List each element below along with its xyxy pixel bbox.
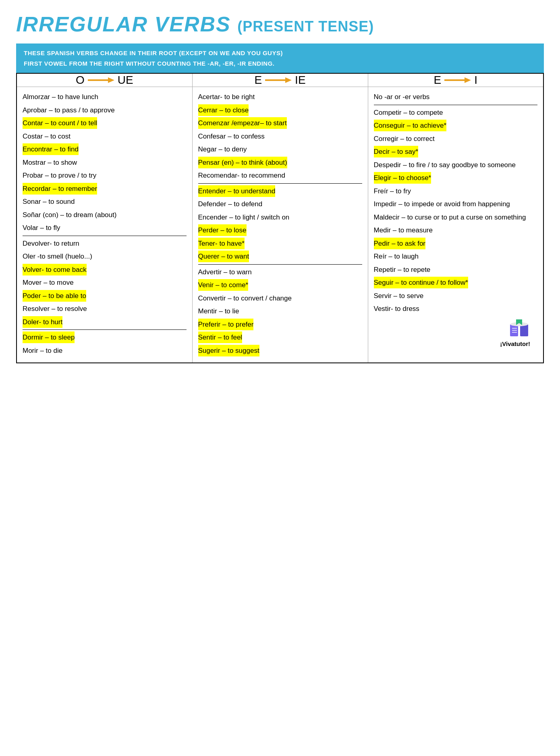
- verb-item: Mostrar – to show: [23, 156, 187, 169]
- verb-item: Probar – to prove / to try: [23, 169, 187, 182]
- verb-item: Corregir – to correct: [374, 132, 538, 145]
- verb-item: Costar – to cost: [23, 130, 187, 143]
- verb-item: Entender – to understand: [198, 184, 362, 198]
- svg-marker-1: [108, 77, 114, 83]
- vivatutor-text: ¡Vivatutor!: [500, 340, 530, 347]
- verb-item: Pedir – to ask for: [374, 237, 538, 250]
- verb-item: Confesar – to confess: [198, 130, 362, 143]
- col-header-3: E I: [368, 73, 543, 87]
- col-header-2: E IE: [192, 73, 368, 87]
- verb-item: Poder – to be able to: [23, 289, 187, 302]
- title-sub: (PRESENT TENSE): [237, 18, 374, 35]
- verb-item: Cerrar – to close: [198, 104, 362, 117]
- verb-item: Recordar – to remember: [23, 182, 187, 195]
- verbs-table: O UE E IE: [16, 73, 544, 363]
- verb-item: Convertir – to convert / change: [198, 292, 362, 305]
- page-title: IRREGULAR VERBS (PRESENT TENSE): [16, 12, 544, 36]
- verb-item: Devolver- to return: [23, 237, 187, 250]
- verb-item: Mover – to move: [23, 276, 187, 289]
- verb-item: Almorzar – to have lunch: [23, 90, 187, 104]
- verb-item: Querer – to want: [198, 250, 362, 265]
- col-1-content: Almorzar – to have lunchAprobar – to pas…: [17, 87, 192, 363]
- verb-item: Despedir – to fire / to say goodbye to s…: [374, 158, 538, 172]
- verb-item: Sentir – to feel: [198, 331, 362, 344]
- verb-item: Contar – to count / to tell: [23, 116, 187, 130]
- verb-item: Doler- to hurt: [23, 315, 187, 330]
- verb-item: Venir – to come*: [198, 278, 362, 292]
- verb-item: Sugerir – to suggest: [198, 344, 362, 357]
- col-2-content: Acertar- to be rightCerrar – to closeCom…: [192, 87, 368, 363]
- verb-item: Competir – to compete: [374, 106, 538, 119]
- svg-marker-3: [285, 77, 292, 83]
- verb-item: No -ar or -er verbs: [374, 90, 538, 105]
- verb-item: Volver- to come back: [23, 263, 187, 276]
- verb-item: Soñar (con) – to dream (about): [23, 208, 187, 222]
- info-box: THESE SPANISH VERBS CHANGE IN THEIR ROOT…: [16, 43, 544, 73]
- info-line2: FIRST VOWEL FROM THE RIGHT WITHOUT COUNT…: [24, 58, 536, 69]
- verb-item: Repetir – to repete: [374, 263, 538, 276]
- verb-item: Impedir – to impede or avoid from happen…: [374, 197, 538, 211]
- verb-item: Encender – to light / switch on: [198, 211, 362, 224]
- info-line1: THESE SPANISH VERBS CHANGE IN THEIR ROOT…: [24, 48, 536, 58]
- verb-item: Perder – to lose: [198, 224, 362, 237]
- verb-item: Oler -to smell (huelo...): [23, 250, 187, 263]
- vivatutor-logo: ¡Vivatutor!: [374, 315, 538, 350]
- verb-item: Conseguir – to achieve*: [374, 119, 538, 132]
- verb-item: Comenzar /empezar– to start: [198, 116, 362, 130]
- verb-item: Aprobar – to pass / to approve: [23, 104, 187, 117]
- verb-item: Resolver – to resolve: [23, 302, 187, 315]
- verb-item: Recomendar- to recommend: [198, 169, 362, 184]
- verb-item: Volar – to fly: [23, 221, 187, 236]
- verb-item: Morir – to die: [23, 344, 187, 357]
- verb-item: Encontrar – to find: [23, 143, 187, 156]
- verb-item: Acertar- to be right: [198, 90, 362, 104]
- verb-item: Reír – to laugh: [374, 250, 538, 263]
- verb-item: Elegir – to choose*: [374, 171, 538, 184]
- verb-item: Negar – to deny: [198, 143, 362, 156]
- verb-item: Advertir – to warn: [198, 265, 362, 279]
- verb-item: Maldecir – to curse or to put a curse on…: [374, 211, 538, 224]
- verb-item: Defender – to defend: [198, 197, 362, 211]
- verb-item: Servir – to serve: [374, 289, 538, 302]
- verb-item: Decir – to say*: [374, 145, 538, 158]
- verb-item: Dormir – to sleep: [23, 331, 187, 344]
- col-3-content: No -ar or -er verbsCompetir – to compete…: [368, 87, 543, 363]
- verb-item: Pensar (en) – to think (about): [198, 156, 362, 169]
- title-main: IRREGULAR VERBS: [16, 12, 231, 36]
- col-header-1: O UE: [17, 73, 192, 87]
- verb-item: Medir – to measure: [374, 224, 538, 237]
- verb-item: Tener- to have*: [198, 237, 362, 250]
- verb-item: Freír – to fry: [374, 184, 538, 198]
- svg-marker-5: [465, 77, 471, 83]
- verb-item: Mentir – to lie: [198, 304, 362, 318]
- verb-item: Vestir- to dress: [374, 302, 538, 315]
- verb-item: Seguir – to continue / to follow*: [374, 276, 538, 289]
- verb-item: Preferir – to prefer: [198, 318, 362, 331]
- verb-item: Sonar – to sound: [23, 195, 187, 208]
